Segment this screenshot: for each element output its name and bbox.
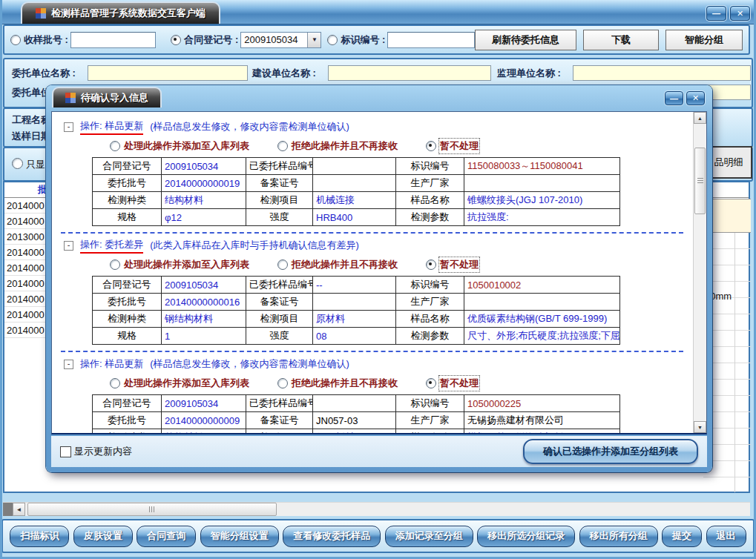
client-unit-name-input[interactable] [88, 65, 248, 81]
tag-number-input[interactable] [387, 32, 475, 48]
field-label: 标识编号 [396, 277, 464, 294]
view-modify-entrusted-samples-button[interactable]: 查看修改委托样品 [283, 526, 381, 547]
field-value [313, 395, 396, 412]
radio-icon [277, 141, 288, 151]
radio-option-label: 暂不处理 [440, 258, 479, 271]
field-value: 锥螺纹接头(JGJ 107-2010) [464, 192, 620, 209]
collapse-icon[interactable]: - [64, 241, 73, 251]
process-and-add-radio[interactable]: 处理此操作并添加至入库列表 [110, 258, 249, 271]
field-value: 20140000000016 [162, 294, 246, 311]
reject-and-stop-radio[interactable]: 拒绝此操作并且不再接收 [277, 139, 398, 153]
radio-option-label: 拒绝此操作并且不再接收 [292, 377, 398, 390]
contract-number-combobox[interactable]: 2009105034 ▼ [240, 32, 321, 48]
batch-number-input[interactable] [70, 32, 156, 48]
collapse-icon[interactable]: - [64, 360, 73, 369]
field-value: 节能材料 [162, 429, 246, 434]
field-value [313, 175, 396, 192]
radio-option-label: 处理此操作并添加至入库列表 [124, 377, 249, 390]
vertical-scrollbar[interactable]: ▲ ▼ [693, 112, 706, 433]
smart-group-button[interactable]: 智能分组 [665, 30, 743, 50]
supervisor-unit-name-input[interactable] [573, 65, 751, 81]
batch-column-header: 批 [4, 182, 51, 197]
field-label: 检测项目 [246, 429, 313, 434]
radio-icon [426, 378, 436, 388]
vertical-scrollbar-thumb[interactable] [694, 148, 706, 214]
field-value: 2009105034 [162, 277, 246, 294]
field-value: φ12 [162, 209, 246, 226]
confirm-selected-operations-button[interactable]: 确认已选操作并添加至分组列表 [523, 439, 698, 464]
defer-radio[interactable]: 暂不处理 [426, 139, 479, 153]
field-value [464, 294, 620, 311]
scrollbar-grip-icon [149, 506, 156, 512]
scroll-up-arrow-icon[interactable]: ▲ [694, 112, 706, 124]
operation-description: (样品信息发生修改，修改内容需检测单位确认) [150, 120, 349, 133]
field-label: 检测项目 [246, 192, 313, 209]
batch-number-label: 收样批号 : [24, 33, 68, 47]
process-and-add-radio[interactable]: 处理此操作并添加至入库列表 [110, 139, 249, 153]
scan-tag-button[interactable]: 扫描标识 [10, 526, 69, 547]
radio-icon [277, 259, 288, 270]
dialog-footer: 显示更新内容 确认已选操作并添加至分组列表 [51, 436, 707, 467]
defer-radio[interactable]: 暂不处理 [426, 258, 479, 271]
close-button[interactable]: ✕ [730, 6, 750, 21]
field-value [464, 175, 620, 192]
field-label: 生产厂家 [396, 412, 464, 429]
field-label: 委托批号 [93, 294, 162, 311]
remove-all-groups-button[interactable]: 移出所有分组 [579, 526, 658, 547]
remove-selected-group-records-button[interactable]: 移出所选分组记录 [477, 526, 575, 547]
field-value: -- [313, 277, 396, 294]
radio-icon [110, 141, 120, 151]
field-value: 1050010002 [464, 277, 620, 294]
radio-icon [426, 259, 436, 270]
show-only-filter-radio[interactable] [12, 158, 23, 169]
field-label: 样品名称 [396, 311, 464, 328]
chevron-down-icon[interactable]: ▼ [307, 33, 321, 47]
operation-section: -操作: 委托差异(此类入库样品在入库时与手持机确认信息有差异)处理此操作并添加… [59, 234, 694, 345]
window-titlebar: 检测样品管理子系统数据交互客户端 — ✕ [0, 0, 756, 24]
horizontal-scrollbar-thumb[interactable] [27, 503, 277, 516]
dialog-sections: -操作: 样品更新(样品信息发生修改，修改内容需检测单位确认)处理此操作并添加至… [52, 112, 694, 433]
batch-number-cell: 2014000 [4, 198, 51, 214]
field-label: 已委托样品编号 [246, 395, 313, 412]
download-button[interactable]: 下载 [583, 30, 659, 50]
dialog-minimize-button[interactable]: — [665, 91, 683, 105]
contract-query-button[interactable]: 合同查询 [137, 526, 196, 547]
field-label: 合同登记号 [93, 158, 162, 175]
scroll-left-arrow-icon[interactable]: ◄ [13, 503, 25, 516]
tag-number-radio[interactable] [327, 35, 338, 45]
field-value: 20140000000009 [162, 412, 246, 429]
radio-option-label: 处理此操作并添加至入库列表 [124, 258, 249, 271]
skin-settings-button[interactable]: 皮肤设置 [73, 526, 133, 547]
contract-number-value: 2009105034 [244, 34, 298, 45]
smart-group-settings-button[interactable]: 智能分组设置 [200, 526, 279, 547]
batch-number-radio[interactable] [10, 35, 21, 45]
dialog-close-button[interactable]: ✕ [686, 91, 705, 105]
radio-icon [426, 141, 436, 151]
defer-radio[interactable]: 暂不处理 [426, 377, 479, 390]
submit-button[interactable]: 提交 [662, 526, 702, 547]
operation-title: 操作: 样品更新 [80, 119, 143, 135]
contract-number-label: 合同登记号 : [184, 33, 238, 47]
process-and-add-radio[interactable]: 处理此操作并添加至入库列表 [110, 377, 249, 390]
contract-number-radio[interactable] [171, 35, 181, 45]
add-record-to-group-button[interactable]: 添加记录至分组 [385, 526, 473, 547]
show-updates-checkbox[interactable] [60, 446, 71, 457]
field-value: 1 [162, 328, 246, 345]
field-label: 委托批号 [93, 412, 162, 429]
operation-title: 操作: 样品更新 [80, 357, 143, 371]
scrollbar-corner-block [3, 503, 13, 516]
refresh-pending-info-button[interactable]: 刷新待委托信息 [475, 30, 576, 50]
construction-owner-name-input[interactable] [328, 65, 491, 81]
exit-button[interactable]: 退出 [706, 526, 746, 547]
horizontal-scrollbar[interactable]: ◄ [3, 502, 750, 516]
reject-and-stop-radio[interactable]: 拒绝此操作并且不再接收 [277, 258, 398, 271]
field-value: JN057-03 [313, 412, 396, 429]
reject-and-stop-radio[interactable]: 拒绝此操作并且不再接收 [277, 377, 398, 390]
field-label: 合同登记号 [93, 395, 162, 412]
batch-number-cell: 2014000 [4, 245, 51, 260]
scrollbar-grip-icon [697, 178, 703, 185]
scroll-down-arrow-icon[interactable]: ▼ [694, 421, 706, 433]
sample-detail-table: 合同登记号2009105034已委托样品编号标识编号1150080033～115… [92, 157, 620, 226]
minimize-button[interactable]: — [706, 6, 726, 21]
collapse-icon[interactable]: - [64, 122, 73, 132]
